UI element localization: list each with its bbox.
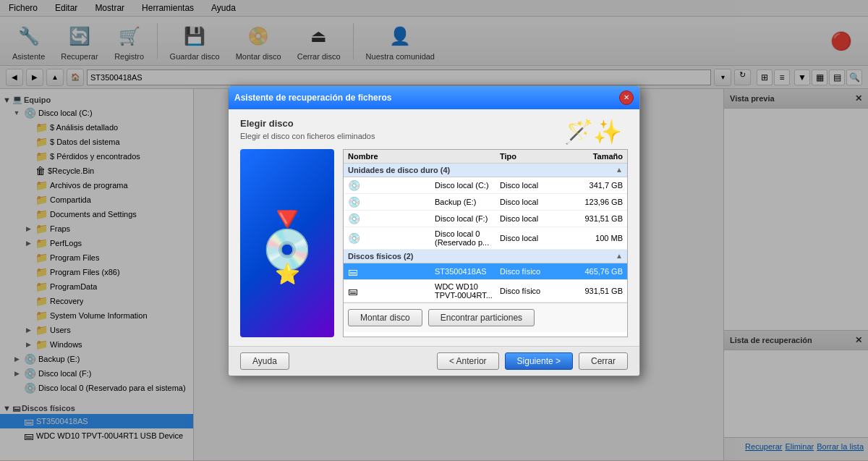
recovery-wizard-dialog: Asistente de recuperación de ficheros ✕ … [228,85,640,376]
physical-wdc-type: Disco físico [500,287,565,295]
dialog-step-subtitle: Elegir el disco con ficheros eliminados [240,132,375,140]
physical-disks-scroll-up[interactable]: ▲ [616,252,623,260]
physical-st3-size: 465,76 GB [565,267,623,276]
physical-st3-icon: 🖴 [348,266,432,277]
disk-c-size: 341,7 GB [565,181,623,190]
next-button[interactable]: Siguiente > [505,352,573,370]
physical-disks-group-header: Discos físicos (2) ▲ [344,250,627,263]
footer-right: < Anterior Siguiente > Cerrar [437,352,628,370]
disk-row-f[interactable]: 💿Disco local (F:) Disco local 931,51 GB [344,211,627,227]
close-button[interactable]: Cerrar [579,352,628,370]
physical-wdc-size: 931,51 GB [565,287,623,295]
disk-row-reservado[interactable]: 💿Disco local 0 (Reservado p... Disco loc… [344,227,627,250]
disk-row-c[interactable]: 💿Disco local (C:) Disco local 341,7 GB [344,177,627,194]
disk-reservado-icon: 💿 [348,232,432,244]
col-name: Nombre [348,152,500,161]
dialog-footer: Ayuda < Anterior Siguiente > Cerrar [229,346,639,376]
dialog-close-button[interactable]: ✕ [619,90,634,105]
disk-table: Nombre Tipo Tamaño Unidades de disco dur… [343,149,628,337]
find-partitions-button[interactable]: Encontrar particiones [428,309,535,326]
disk-e-name: Backup (E:) [435,198,500,206]
disk-c-icon: 💿 [348,179,432,191]
disk-e-type: Disco local [500,198,565,206]
table-bottom-buttons: Montar disco Encontrar particiones [344,303,627,332]
illustration-content: 🔻 💿 ⭐ [262,202,312,284]
physical-st3-type: Disco físico [500,267,565,276]
disk-f-size: 931,51 GB [565,214,623,223]
disk-row-e[interactable]: 💿Backup (E:) Disco local 123,96 GB [344,194,627,211]
disk-reservado-name: Disco local 0 (Reservado p... [435,229,500,247]
physical-wdc-icon: 🖴 [348,285,432,297]
col-type: Tipo [500,152,565,161]
prev-button[interactable]: < Anterior [437,352,499,370]
footer-left: Ayuda [240,352,289,370]
dialog-step-title: Elegir disco [240,118,375,129]
dialog-content-area: 🔻 💿 ⭐ Nombre Tipo Tamaño Unidades de dis… [240,149,628,337]
disk-row-st3[interactable]: 🖴ST3500418AS Disco físico 465,76 GB [344,263,627,280]
disk-c-name: Disco local (C:) [435,181,500,190]
dialog-body: Elegir disco Elegir el disco con fichero… [229,109,639,346]
disk-e-size: 123,96 GB [565,198,623,206]
disk-f-type: Disco local [500,214,565,223]
disk-f-icon: 💿 [348,213,432,224]
disk-reservado-type: Disco local [500,234,565,242]
disk-f-name: Disco local (F:) [435,214,500,223]
disk-reservado-size: 100 MB [565,234,623,242]
physical-st3-name: ST3500418AS [435,267,500,276]
disk-e-icon: 💿 [348,196,432,208]
dialog-overlay: Asistente de recuperación de ficheros ✕ … [0,0,868,461]
col-size: Tamaño [565,152,623,161]
dialog-illustration: 🔻 💿 ⭐ [240,149,334,337]
help-button[interactable]: Ayuda [240,352,289,370]
physical-wdc-name: WDC WD10 TPVT-00U4RT... [435,282,500,300]
disk-c-type: Disco local [500,181,565,190]
dialog-title: Asistente de recuperación de ficheros [234,93,391,103]
mount-disk-button[interactable]: Montar disco [348,309,422,326]
wizard-wand-icon: 🪄✨ [564,118,622,145]
physical-disks-group-label: Discos físicos (2) [348,252,413,261]
hard-disks-group-header: Unidades de disco duro (4) ▲ [344,164,627,177]
disk-table-header: Nombre Tipo Tamaño [344,150,627,164]
dialog-title-bar: Asistente de recuperación de ficheros ✕ [229,86,639,109]
disk-row-wdc[interactable]: 🖴WDC WD10 TPVT-00U4RT... Disco físico 93… [344,280,627,303]
hard-disks-scroll-up[interactable]: ▲ [616,166,623,174]
hard-disks-group-label: Unidades de disco duro (4) [348,166,450,174]
